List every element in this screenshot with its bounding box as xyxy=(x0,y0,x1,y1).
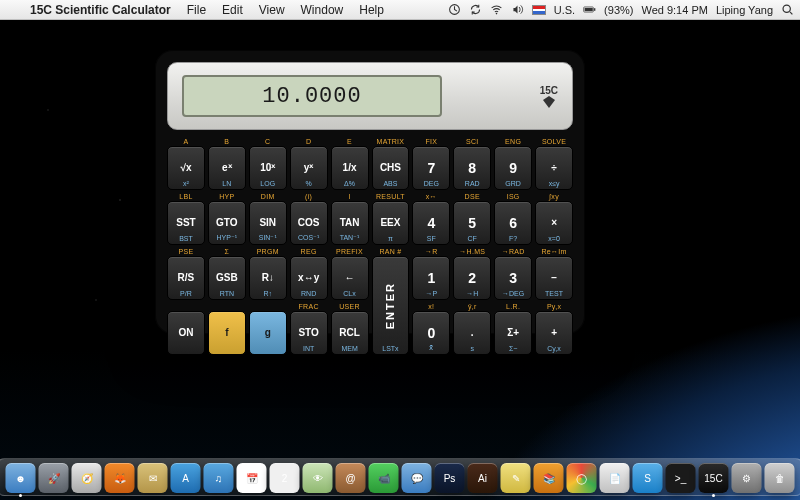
key-xy[interactable]: REGx↔yRND xyxy=(290,256,328,300)
dock-facetime[interactable]: 📹 xyxy=(369,463,399,493)
key-tan[interactable]: ITANTAN⁻¹ xyxy=(331,201,369,245)
key-10[interactable]: C10ˣLOG xyxy=(249,146,287,190)
key-[interactable]: ∫xy×x=0 xyxy=(535,201,573,245)
wifi-icon[interactable] xyxy=(490,3,503,16)
menu-view[interactable]: View xyxy=(251,0,293,20)
battery-icon[interactable] xyxy=(583,3,596,16)
menu-edit[interactable]: Edit xyxy=(214,0,251,20)
key-top-label: I xyxy=(348,193,350,200)
key-1x[interactable]: E1/xΔ% xyxy=(331,146,369,190)
menu-file[interactable]: File xyxy=(179,0,214,20)
key-r[interactable]: PRGMR↓R↑ xyxy=(249,256,287,300)
menu-window[interactable]: Window xyxy=(293,0,352,20)
key-2[interactable]: →H.MS2→H xyxy=(453,256,491,300)
key-sin[interactable]: DIMSINSIN⁻¹ xyxy=(249,201,287,245)
dock-calendar[interactable]: 📅 xyxy=(237,463,267,493)
key-[interactable]: Re↔Im−TEST xyxy=(535,256,573,300)
input-flag-icon[interactable] xyxy=(532,5,546,15)
key-gto[interactable]: HYPGTOHYP⁻¹ xyxy=(208,201,246,245)
dock-safari[interactable]: 🧭 xyxy=(72,463,102,493)
dock-pages[interactable]: 📄 xyxy=(600,463,630,493)
spotlight-icon[interactable] xyxy=(781,3,794,16)
key-bottom-label: ABS xyxy=(383,180,397,187)
clock[interactable]: Wed 9:14 PM xyxy=(641,4,707,16)
timemachine-icon[interactable] xyxy=(448,3,461,16)
key-main-label: RCL xyxy=(339,328,360,338)
key-rs[interactable]: PSER/SP/R xyxy=(167,256,205,300)
key-top-label: ∫xy xyxy=(549,193,559,200)
key-gsb[interactable]: ΣGSBRTN xyxy=(208,256,246,300)
apple-menu[interactable] xyxy=(6,0,22,20)
dock-ical[interactable]: 2 xyxy=(270,463,300,493)
key-bottom-label: →P xyxy=(426,290,438,297)
dock-mail[interactable]: ✉︎ xyxy=(138,463,168,493)
key-6[interactable]: ISG6F? xyxy=(494,201,532,245)
key-cos[interactable]: (i)COSCOS⁻¹ xyxy=(290,201,328,245)
sync-icon[interactable] xyxy=(469,3,482,16)
key-main-label: EEX xyxy=(380,218,400,228)
key-chs[interactable]: MATRIXCHSABS xyxy=(372,146,410,190)
key-bottom-label: P/R xyxy=(180,290,192,297)
key-0[interactable]: x!0x̄ xyxy=(412,311,450,355)
dock-trash[interactable]: 🗑 xyxy=(765,463,795,493)
key-e[interactable]: BeˣLN xyxy=(208,146,246,190)
key-top-label: FIX xyxy=(425,138,437,145)
dock-contacts[interactable]: @ xyxy=(336,463,366,493)
dock-messages[interactable]: 💬 xyxy=(402,463,432,493)
app-menu[interactable]: 15C Scientific Calculator xyxy=(22,0,179,20)
key-1[interactable]: →R1→P xyxy=(412,256,450,300)
dock-itunes[interactable]: ♫ xyxy=(204,463,234,493)
calculator-window[interactable]: 10.0000 15C A√xx²BeˣLNC10ˣLOGDyˣ%E1/xΔ%M… xyxy=(155,50,585,334)
key-5[interactable]: DSE5CF xyxy=(453,201,491,245)
key-7[interactable]: FIX7DEG xyxy=(412,146,450,190)
dock-terminal[interactable]: >_ xyxy=(666,463,696,493)
key-main-label: 8 xyxy=(468,161,476,175)
key-bottom-label: LOG xyxy=(260,180,275,187)
dock-books[interactable]: 📚 xyxy=(534,463,564,493)
key-eex[interactable]: RESULTEEXπ xyxy=(372,201,410,245)
key-sst[interactable]: LBLSSTBST xyxy=(167,201,205,245)
key-main-label: 1/x xyxy=(343,163,357,173)
key-bottom-label: MEM xyxy=(341,345,357,352)
key-on[interactable]: ON xyxy=(167,311,205,355)
dock-preview[interactable]: 👁 xyxy=(303,463,333,493)
svg-rect-3 xyxy=(585,8,593,11)
dock-15c[interactable]: 15C xyxy=(699,463,729,493)
key-main-label: eˣ xyxy=(222,163,232,173)
key-top-label: USER xyxy=(339,303,360,310)
dock-skype[interactable]: S xyxy=(633,463,663,493)
key-[interactable]: L.R.Σ+Σ− xyxy=(494,311,532,355)
dock-launchpad[interactable]: 🚀 xyxy=(39,463,69,493)
key-[interactable]: ŷ,r.s xyxy=(453,311,491,355)
key-bottom-label: DEG xyxy=(424,180,439,187)
key-sto[interactable]: FRACSTOINT xyxy=(290,311,328,355)
key-g[interactable]: g xyxy=(249,311,287,355)
key-4[interactable]: x↔4SF xyxy=(412,201,450,245)
dock-appstore[interactable]: A xyxy=(171,463,201,493)
key-main-label: COS xyxy=(298,218,320,228)
key-[interactable]: Py,x+Cy,x xyxy=(535,311,573,355)
key-y[interactable]: Dyˣ% xyxy=(290,146,328,190)
menu-help[interactable]: Help xyxy=(351,0,392,20)
key-9[interactable]: ENG9GRD xyxy=(494,146,532,190)
key-rcl[interactable]: USERRCLMEM xyxy=(331,311,369,355)
volume-icon[interactable] xyxy=(511,3,524,16)
key-bottom-label: x≤y xyxy=(549,180,560,187)
key-[interactable]: PREFIX←CLx xyxy=(331,256,369,300)
key-3[interactable]: →RAD3→DEG xyxy=(494,256,532,300)
key-main-label: 7 xyxy=(427,161,435,175)
key-top-label: x! xyxy=(428,303,434,310)
dock-finder[interactable]: ☻ xyxy=(6,463,36,493)
user-menu[interactable]: Liping Yang xyxy=(716,4,773,16)
key-enter[interactable]: RAN #ENTERLSTx xyxy=(372,256,410,355)
dock-photoshop[interactable]: Ps xyxy=(435,463,465,493)
dock-chrome[interactable]: ◯ xyxy=(567,463,597,493)
dock-illustrator[interactable]: Ai xyxy=(468,463,498,493)
key-[interactable]: SOLVE÷x≤y xyxy=(535,146,573,190)
dock-sysprefs[interactable]: ⚙︎ xyxy=(732,463,762,493)
key-8[interactable]: SCI8RAD xyxy=(453,146,491,190)
key-x[interactable]: A√xx² xyxy=(167,146,205,190)
key-f[interactable]: f xyxy=(208,311,246,355)
dock-notes[interactable]: ✎ xyxy=(501,463,531,493)
dock-firefox[interactable]: 🦊 xyxy=(105,463,135,493)
